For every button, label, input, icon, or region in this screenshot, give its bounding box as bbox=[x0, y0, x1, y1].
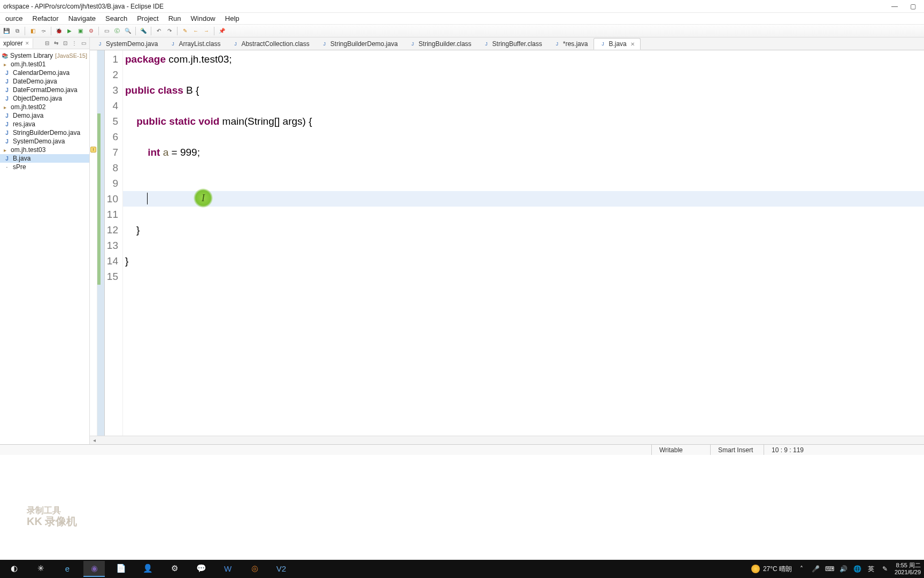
code-line[interactable] bbox=[123, 176, 924, 191]
editor-tab[interactable]: JSystemDemo.java bbox=[91, 38, 164, 50]
forward-icon[interactable]: → bbox=[202, 27, 211, 35]
toggle-breadcrumb-icon[interactable]: ◧ bbox=[28, 27, 37, 35]
save-all-icon[interactable]: ⧉ bbox=[13, 27, 21, 35]
tray-chevron-icon[interactable]: ˄ bbox=[797, 565, 806, 573]
package-node[interactable]: ▸om.jh.test02 bbox=[0, 103, 89, 111]
minimize-icon[interactable]: ▭ bbox=[80, 40, 87, 47]
task-app-wps[interactable]: W bbox=[217, 561, 238, 577]
code-area[interactable]: package com.jh.test03;public class B { p… bbox=[123, 50, 924, 436]
maximize-button[interactable]: ▢ bbox=[909, 3, 917, 10]
close-icon[interactable]: ✕ bbox=[630, 41, 635, 47]
statusbar: Writable Smart Insert 10 : 9 : 119 bbox=[0, 444, 924, 455]
code-line[interactable]: } bbox=[123, 222, 924, 238]
focus-icon[interactable]: ⊡ bbox=[61, 40, 69, 47]
code-line[interactable] bbox=[123, 98, 924, 113]
tray-keyboard-icon[interactable]: ⌨ bbox=[825, 565, 834, 573]
menu-navigate[interactable]: Navigate bbox=[64, 13, 100, 24]
explorer-tab[interactable]: xplorer ✕ bbox=[0, 39, 33, 48]
code-line[interactable] bbox=[123, 67, 924, 82]
menu-help[interactable]: Help bbox=[221, 13, 244, 24]
task-app-fan[interactable]: ✳ bbox=[30, 561, 51, 577]
file-node[interactable]: JCalendarDemo.java bbox=[0, 69, 89, 77]
skip-breakpoints-icon[interactable]: ⤼ bbox=[39, 27, 48, 35]
editor-tab[interactable]: JStringBuilderDemo.java bbox=[315, 38, 404, 50]
view-menu-icon[interactable]: ⋮ bbox=[71, 40, 78, 47]
external-tools-icon[interactable]: ⚙ bbox=[87, 27, 95, 35]
editor-tab[interactable]: J*res.java bbox=[548, 38, 594, 50]
save-icon[interactable]: 💾 bbox=[2, 27, 11, 35]
code-line[interactable]: public static void main(String[] args) { bbox=[123, 113, 924, 129]
editor-tab[interactable]: JStringBuilder.class bbox=[404, 38, 478, 50]
new-package-icon[interactable]: ▭ bbox=[102, 27, 111, 35]
menu-ource[interactable]: ource bbox=[1, 13, 27, 24]
menu-refactor[interactable]: Refactor bbox=[28, 13, 63, 24]
collapse-all-icon[interactable]: ⊟ bbox=[43, 40, 51, 47]
last-edit-icon[interactable]: ✎ bbox=[181, 27, 189, 35]
back-icon[interactable]: ← bbox=[191, 27, 200, 35]
new-class-icon[interactable]: Ⓒ bbox=[113, 27, 121, 35]
editor-tab[interactable]: JStringBuffer.class bbox=[478, 38, 548, 50]
package-node[interactable]: ▸om.jh.test01 bbox=[0, 60, 89, 69]
tray-volume-icon[interactable]: 🔊 bbox=[839, 565, 848, 573]
file-node[interactable]: JSystemDemo.java bbox=[0, 137, 89, 146]
tray-pen-icon[interactable]: ✎ bbox=[881, 565, 889, 573]
code-token: } bbox=[125, 224, 140, 235]
coverage-icon[interactable]: ▣ bbox=[76, 27, 84, 35]
task-app-photos[interactable]: 👤 bbox=[137, 561, 158, 577]
code-line[interactable] bbox=[123, 238, 924, 253]
run-icon[interactable]: ▶ bbox=[65, 27, 74, 35]
weather-widget[interactable]: 27°C 晴朗 bbox=[751, 565, 792, 574]
file-node[interactable]: JDemo.java bbox=[0, 111, 89, 120]
menu-search[interactable]: Search bbox=[101, 13, 132, 24]
tray-network-icon[interactable]: 🌐 bbox=[853, 565, 861, 573]
link-editor-icon[interactable]: ⇆ bbox=[52, 40, 60, 47]
task-app-dev[interactable]: ⚙ bbox=[164, 561, 185, 577]
code-line[interactable] bbox=[123, 160, 924, 176]
code-line[interactable]: package com.jh.test03; bbox=[123, 51, 924, 67]
task-app-npp[interactable]: ◎ bbox=[244, 561, 265, 577]
task-app-wechat[interactable]: 💬 bbox=[190, 561, 212, 577]
annotation-prev-icon[interactable]: ↶ bbox=[155, 27, 163, 35]
explorer-tree[interactable]: 📚 System Library [JavaSE-15] ▸om.jh.test… bbox=[0, 49, 89, 444]
editor-tab[interactable]: JAbstractCollection.class bbox=[226, 38, 315, 50]
code-line[interactable] bbox=[123, 269, 924, 284]
task-app-vnc[interactable]: V2 bbox=[271, 561, 292, 577]
code-line[interactable]: } bbox=[123, 253, 924, 269]
jre-library-node[interactable]: 📚 System Library [JavaSE-15] bbox=[0, 51, 89, 60]
search-icon[interactable]: 🔦 bbox=[139, 27, 148, 35]
task-app-notes[interactable]: 📄 bbox=[110, 561, 132, 577]
open-type-icon[interactable]: 🔍 bbox=[124, 27, 132, 35]
start-button[interactable]: ◐ bbox=[3, 561, 25, 577]
code-line[interactable] bbox=[123, 207, 924, 222]
annotation-next-icon[interactable]: ↷ bbox=[165, 27, 174, 35]
file-node[interactable]: JDateDemo.java bbox=[0, 77, 89, 86]
file-node[interactable]: JB.java bbox=[0, 154, 89, 163]
code-line[interactable]: public class B { bbox=[123, 82, 924, 98]
minimize-button[interactable]: — bbox=[891, 3, 898, 10]
file-node[interactable]: JObjectDemo.java bbox=[0, 94, 89, 103]
file-node[interactable]: JDateFormatDemo.java bbox=[0, 86, 89, 94]
horizontal-scrollbar[interactable]: ◂ bbox=[90, 436, 924, 444]
code-line[interactable] bbox=[123, 191, 924, 207]
menu-project[interactable]: Project bbox=[133, 13, 163, 24]
warning-marker-icon[interactable]: ! bbox=[90, 147, 96, 153]
file-node[interactable]: Jres.java bbox=[0, 120, 89, 128]
scroll-left-icon[interactable]: ◂ bbox=[90, 436, 98, 445]
task-app-ie[interactable]: e bbox=[57, 561, 78, 577]
file-node[interactable]: JStringBuilderDemo.java bbox=[0, 128, 89, 137]
menu-window[interactable]: Window bbox=[187, 13, 220, 24]
debug-icon[interactable]: 🐞 bbox=[55, 27, 63, 35]
code-line[interactable] bbox=[123, 129, 924, 144]
file-node[interactable]: ·sPre bbox=[0, 163, 89, 171]
pin-editor-icon[interactable]: 📌 bbox=[218, 27, 226, 35]
close-icon[interactable]: ✕ bbox=[25, 41, 29, 46]
tray-ime-icon[interactable]: 英 bbox=[867, 565, 875, 573]
code-line[interactable]: int a = 999; bbox=[123, 144, 924, 160]
menu-run[interactable]: Run bbox=[164, 13, 186, 24]
editor-tab[interactable]: JB.java✕ bbox=[594, 38, 640, 50]
task-app-eclipse[interactable]: ◉ bbox=[83, 561, 105, 577]
editor-tab[interactable]: JArrayList.class bbox=[164, 38, 226, 50]
system-clock[interactable]: 8:55 周二 2021/6/29 bbox=[895, 562, 921, 575]
package-node[interactable]: ▸om.jh.test03 bbox=[0, 146, 89, 154]
tray-mic-icon[interactable]: 🎤 bbox=[811, 565, 820, 573]
